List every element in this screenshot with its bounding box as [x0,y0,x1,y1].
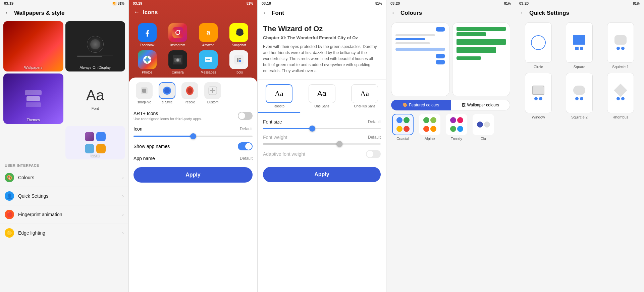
font-onesans[interactable]: Aa One Sans [301,80,343,113]
app-photos[interactable]: Photos [133,50,161,74]
themes-label: Themes [3,118,63,122]
cam-icon [168,50,187,69]
art-plus-toggle[interactable] [238,112,253,120]
art-plus-title: ART+ Icons [133,111,202,116]
icons-tile[interactable]: Icons [65,126,125,159]
icon-tab-custom[interactable]: Custom [202,82,223,104]
panel1-header: ← Wallpapers & style [0,7,128,19]
green-bars-more [457,39,506,53]
app-instagram[interactable]: Instagram [164,23,191,47]
back-icon-2[interactable]: ← [133,9,140,16]
shape-rhombus[interactable]: Rhombus [602,73,639,119]
win-dot-1 [534,97,538,100]
svg-point-3 [179,30,180,31]
mockup-light [391,22,449,96]
show-app-names-toggle[interactable] [238,142,253,150]
classic-dot-2 [484,121,490,128]
rhombus-dots [616,97,625,100]
icon-tab-pebble[interactable]: Pebble [179,82,201,104]
mini-icon-3 [85,144,94,153]
themes-tile[interactable]: Themes [3,74,63,124]
font-roboto[interactable]: Aa Roboto [258,80,301,113]
back-icon-4[interactable]: ← [391,9,397,16]
classic-group [473,114,494,135]
shape-square[interactable]: Square [561,22,598,69]
shape-circle[interactable]: Circle [520,22,557,69]
swatch-trendy[interactable]: Trendy [445,114,468,141]
square-preview [566,22,593,63]
green-bar-4 [457,47,496,53]
colours-title: Colours [400,10,422,16]
font-size-value: Default [368,119,381,124]
back-icon-3[interactable]: ← [262,9,268,16]
wallpapers-tile[interactable]: Wallpapers [3,21,63,71]
menu-colours[interactable]: 🎨 Colours › [0,168,128,187]
qs-icon: 👤 [5,191,14,201]
msg-icon [199,50,218,69]
mockup-toggles [395,54,445,64]
app-amazon[interactable]: a Amazon [195,23,222,47]
trendy-dot-3 [450,126,456,132]
rhombus-tile [614,84,627,97]
alpine-dot-1 [423,117,429,123]
icon-default: Default [240,127,253,131]
featured-tab[interactable]: 🎨 Featured colours [391,100,451,110]
oneplussans-preview: Aa [351,84,378,103]
back-icon-1[interactable]: ← [5,9,11,16]
squircle1-dots [616,47,625,50]
font-size-track[interactable] [263,128,381,129]
app-snapchat[interactable]: Snapchat [225,23,253,47]
shape-window[interactable]: Window [520,73,557,119]
art-plus-row: ART+ Icons Use redesigned icons for thir… [133,108,253,124]
icon-tab-snorphic[interactable]: snorp·hic [133,82,155,104]
edge-chevron: › [122,230,124,236]
app-messages[interactable]: Messages [195,50,222,74]
icon-label: Icon [133,126,142,132]
swatch-alpine[interactable]: Alpine [418,114,441,141]
icons-apply-button[interactable]: Apply [133,167,253,183]
shape-squircle1[interactable]: Squircle 1 [602,22,639,69]
coastal-dot-4 [404,126,410,132]
alpine-name: Alpine [425,137,435,141]
green-bar-5 [457,56,481,60]
font-tile[interactable]: Aa Font [65,74,125,124]
panel-wallpapers: 03:19 📶 81% ← Wallpapers & style Wallpap… [0,0,129,292]
menu-quick-settings[interactable]: 👤 Quick Settings › [0,187,128,205]
rhom-dot-2 [621,97,625,100]
icon-slider-track[interactable] [133,136,253,137]
swatch-classic[interactable]: Cla [472,114,495,141]
app-tools[interactable]: Tools [225,50,253,74]
fb-icon [138,23,157,42]
app-camera[interactable]: Camera [164,50,191,74]
swatch-coastal[interactable]: Coastal [391,114,415,141]
menu-edge[interactable]: 🟡 Edge lighting › [0,224,128,242]
sq-dot-1 [575,47,579,50]
font-weight-value: Default [368,135,381,140]
aod-tile[interactable]: Always-On Display [65,21,125,71]
panel-font: 03:19 81% ← Font The Wizard of Oz Chapte… [258,0,386,292]
sc-icon [229,23,248,42]
icon-tab-alstyle[interactable]: al Style [156,82,178,104]
wallpaper-tab[interactable]: 🖼 Wallpaper colours [451,100,511,110]
signal-icon: 📶 [112,2,116,5]
window-tile [532,86,544,95]
green-bar-1 [457,27,506,31]
edge-text: Edge lighting [18,230,45,236]
ig-label: Instagram [170,43,185,47]
time-3: 03:19 [262,1,271,5]
app-name-default: Default [240,156,253,161]
back-icon-5[interactable]: ← [520,9,526,16]
colour-tabs: 🎨 Featured colours 🖼 Wallpaper colours [386,100,515,110]
shape-squircle2[interactable]: Squircle 2 [561,73,598,119]
status-icons-4: 81% [504,2,511,5]
fp-icon: 🔴 [5,210,14,219]
app-facebook[interactable]: Facebook [133,23,161,47]
snorphic-preview [136,82,153,99]
icon-style-tabs: snorp·hic al Style Pebble Custom [133,82,253,104]
font-apply-button[interactable]: Apply [263,167,381,182]
menu-fingerprint[interactable]: 🔴 Fingerprint animation › [0,205,128,224]
mockup-bar [395,48,445,51]
font-size-slider-wrap [263,127,381,133]
status-bar-3: 03:19 81% [258,0,386,7]
font-oneplussans[interactable]: Aa OnePlus Sans [343,80,386,113]
